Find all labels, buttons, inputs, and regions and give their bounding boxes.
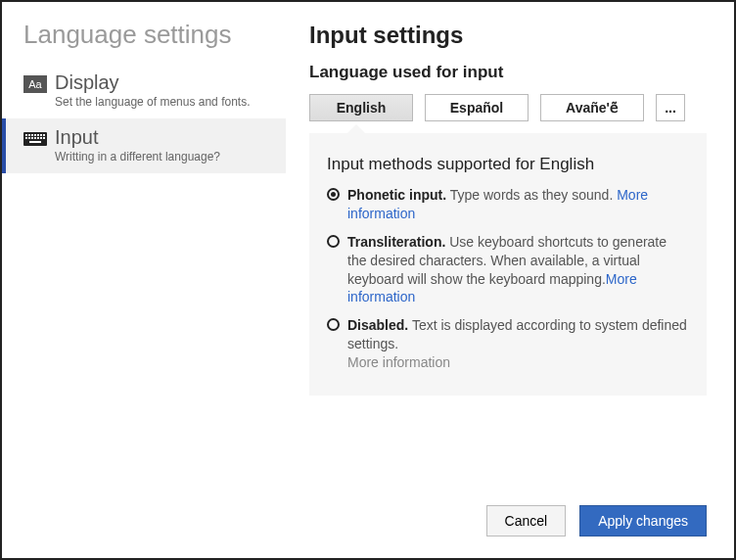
main-content: Input settings Language used for input E… — [286, 2, 734, 558]
nav-label: Display — [55, 71, 250, 93]
sidebar-title: Language settings — [2, 20, 286, 64]
radio-icon — [327, 188, 340, 201]
svg-rect-8 — [40, 134, 42, 136]
tab-more[interactable]: ... — [656, 94, 685, 121]
nav-desc: Writting in a different language? — [55, 150, 220, 163]
apply-button[interactable]: Apply changes — [579, 505, 707, 537]
tab-english[interactable]: English — [309, 94, 413, 121]
page-title: Input settings — [309, 22, 707, 49]
option-desc: Type words as they sound. — [450, 187, 617, 203]
input-methods-panel: Input methods supported for English Phon… — [309, 133, 707, 396]
more-info-text: More information — [347, 354, 450, 370]
tab-avane[interactable]: Avañe'ẽ — [540, 94, 644, 121]
svg-rect-12 — [31, 137, 33, 139]
radio-icon — [327, 235, 340, 248]
radio-icon — [327, 318, 340, 331]
svg-rect-10 — [25, 137, 27, 139]
svg-rect-14 — [37, 137, 39, 139]
footer-actions: Cancel Apply changes — [486, 505, 707, 537]
svg-rect-7 — [37, 134, 39, 136]
cancel-button[interactable]: Cancel — [486, 505, 567, 537]
svg-text:Aa: Aa — [28, 78, 42, 90]
svg-rect-9 — [43, 134, 45, 136]
svg-rect-13 — [34, 137, 36, 139]
option-transliteration[interactable]: Transliteration. Use keyboard shortcuts … — [327, 233, 689, 307]
keyboard-icon — [23, 130, 47, 148]
tab-espanol[interactable]: Español — [425, 94, 529, 121]
settings-window: Language settings Aa Display Set the lan… — [0, 0, 736, 560]
language-tabs: English Español Avañe'ẽ ... — [309, 94, 707, 121]
svg-rect-15 — [40, 137, 42, 139]
svg-rect-4 — [28, 134, 30, 136]
sidebar: Language settings Aa Display Set the lan… — [2, 2, 286, 558]
sidebar-item-display[interactable]: Aa Display Set the language of menus and… — [2, 64, 286, 118]
svg-rect-6 — [34, 134, 36, 136]
svg-rect-11 — [28, 137, 30, 139]
nav-desc: Set the language of menus and fonts. — [55, 95, 250, 109]
display-aa-icon: Aa — [23, 75, 47, 93]
option-disabled[interactable]: Disabled. Text is displayed according to… — [327, 316, 689, 372]
option-label: Transliteration. — [347, 234, 445, 250]
sidebar-item-input[interactable]: Input Writting in a different language? — [2, 118, 286, 173]
svg-rect-5 — [31, 134, 33, 136]
panel-title: Input methods supported for English — [327, 155, 689, 174]
section-title: Language used for input — [309, 63, 707, 82]
svg-rect-3 — [25, 134, 27, 136]
nav-label: Input — [55, 126, 220, 148]
svg-rect-16 — [43, 137, 45, 139]
svg-rect-17 — [29, 141, 41, 143]
option-phonetic[interactable]: Phonetic input. Type words as they sound… — [327, 186, 689, 223]
option-label: Phonetic input. — [347, 187, 446, 203]
option-label: Disabled. — [347, 317, 408, 333]
